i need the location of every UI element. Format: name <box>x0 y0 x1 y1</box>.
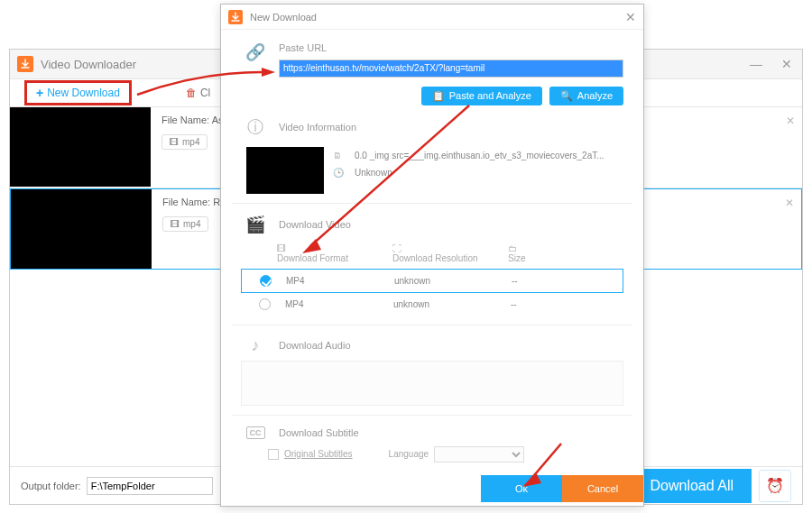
dialog-close-icon[interactable]: ✕ <box>625 10 636 24</box>
cancel-button[interactable]: Cancel <box>562 475 643 502</box>
new-download-button[interactable]: + New Download <box>36 86 120 100</box>
new-download-dialog: New Download ✕ 🔗 Paste URL 📋 Paste and A… <box>220 4 644 507</box>
format-table-header: 🎞 Download Format ⛶ Download Resolution … <box>241 238 623 269</box>
analyze-button[interactable]: 🔍 Analyze <box>549 87 623 105</box>
video-thumbnail <box>10 107 151 187</box>
info-icon: ⓘ <box>241 116 270 138</box>
clock-icon: 🕒 <box>333 164 349 181</box>
video-title: 0.0 _img src=___img.einthusan.io_etv_s3_… <box>355 147 604 164</box>
format-pill[interactable]: 🎞 mp4 <box>162 216 208 232</box>
row-close-icon[interactable]: ✕ <box>786 115 795 127</box>
video-info-label: Video Information <box>279 122 356 133</box>
alarm-icon: ⏰ <box>766 477 784 494</box>
audio-icon: ♪ <box>241 336 270 355</box>
toolbar-clear-button[interactable]: 🗑 Cl <box>186 87 210 99</box>
film-icon: 🎞 <box>171 219 180 229</box>
minimize-icon[interactable]: — <box>748 57 764 71</box>
language-select[interactable] <box>434 446 524 463</box>
radio-icon[interactable] <box>259 298 271 310</box>
url-icon: 🔗 <box>241 42 270 62</box>
ok-button[interactable]: Ok <box>481 475 562 502</box>
dialog-footer: Ok Cancel <box>221 475 643 502</box>
row-close-icon[interactable]: ✕ <box>785 197 794 209</box>
cc-icon: CC <box>246 426 265 439</box>
format-pill[interactable]: 🎞 mp4 <box>161 134 208 150</box>
format-row[interactable]: MP4 unknown -- <box>241 269 623 293</box>
audio-list-empty <box>241 361 623 406</box>
download-audio-label: Download Audio <box>279 340 351 351</box>
format-row[interactable]: MP4 unknown -- <box>241 293 623 316</box>
paste-url-label: Paste URL <box>279 42 623 53</box>
download-all-button[interactable]: Download All <box>632 469 752 503</box>
document-icon: 🗎 <box>333 147 349 164</box>
download-subtitle-label: Download Subtitle <box>279 427 359 438</box>
film-icon: 🎞 <box>170 137 179 147</box>
radio-selected-icon[interactable] <box>260 275 272 287</box>
new-download-label: New Download <box>47 87 120 99</box>
language-label: Language <box>389 449 429 459</box>
original-subtitles-label: Original Subtitles <box>284 449 353 459</box>
search-icon: 🔍 <box>560 90 573 102</box>
download-video-label: Download Video <box>279 219 351 230</box>
output-folder-label: Output folder: <box>21 481 81 491</box>
output-folder-input[interactable] <box>87 477 213 495</box>
video-author: Unknown <box>355 164 392 181</box>
plus-icon: + <box>36 86 43 100</box>
size-icon: 🗀 <box>508 243 616 253</box>
new-download-highlight: + New Download <box>24 80 132 105</box>
resolution-icon: ⛶ <box>392 243 501 253</box>
dialog-title: New Download <box>250 12 625 23</box>
format-icon: 🎞 <box>277 243 385 253</box>
paste-analyze-button[interactable]: 📋 Paste and Analyze <box>421 87 542 105</box>
video-info-thumbnail <box>246 147 324 194</box>
paste-icon: 📋 <box>432 90 445 102</box>
url-input[interactable] <box>279 60 623 78</box>
dialog-titlebar: New Download ✕ <box>221 5 643 30</box>
dialog-logo-icon <box>228 10 243 24</box>
alarm-button[interactable]: ⏰ <box>759 470 791 502</box>
original-subtitles-checkbox[interactable] <box>268 449 279 460</box>
video-icon: 🎬 <box>241 215 270 234</box>
trash-icon: 🗑 <box>186 87 197 99</box>
close-icon[interactable]: ✕ <box>779 57 795 71</box>
app-logo-icon <box>17 56 33 72</box>
video-thumbnail <box>11 189 152 269</box>
